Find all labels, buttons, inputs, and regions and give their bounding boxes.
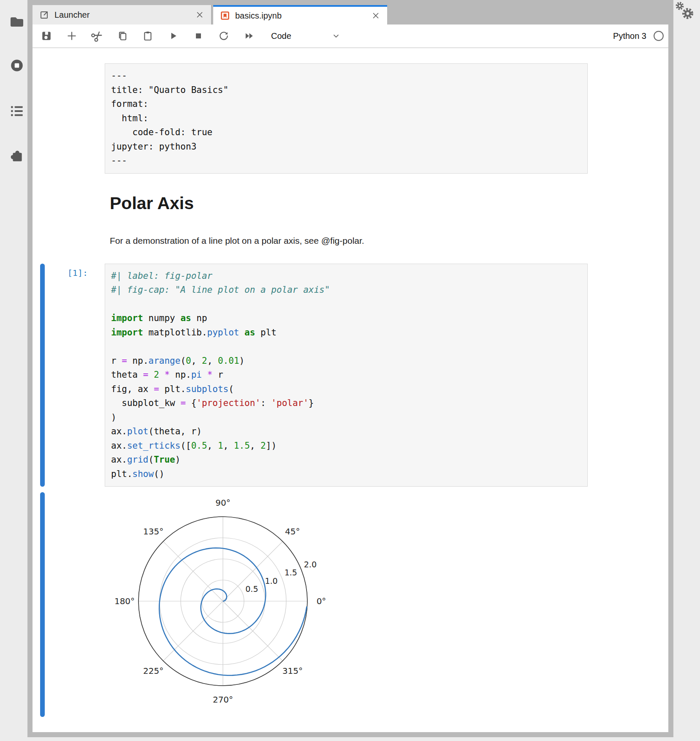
input-collapser[interactable] (40, 264, 45, 487)
stop-icon (193, 30, 204, 41)
svg-text:225°: 225° (143, 666, 163, 676)
insert-cell-button[interactable] (62, 27, 82, 44)
kernel-status-icon[interactable] (653, 30, 664, 41)
svg-text:180°: 180° (114, 596, 135, 606)
run-cell-button[interactable] (163, 27, 183, 44)
output-figure: 0°45°90°135°180°225°270°315°0.51.01.52.0 (105, 492, 350, 717)
interrupt-kernel-button[interactable] (188, 27, 209, 44)
tab-launcher-label: Launcher (54, 10, 195, 20)
jupyterlab-window: Launcher basics.ipynb (27, 0, 673, 737)
svg-text:1.0: 1.0 (265, 576, 277, 586)
chevron-down-icon (332, 32, 340, 40)
cut-cells-button[interactable] (87, 27, 107, 44)
svg-text:270°: 270° (213, 695, 233, 705)
close-icon[interactable] (371, 11, 380, 20)
close-icon[interactable] (195, 10, 204, 19)
output-cell: 0°45°90°135°180°225°270°315°0.51.01.52.0 (40, 492, 668, 717)
sidebar-item-extensions[interactable] (9, 148, 24, 161)
folder-icon (9, 15, 24, 28)
raw-cell: ---title: "Quarto Basics"format: html: c… (40, 63, 668, 174)
tab-basics-label: basics.ipynb (235, 11, 371, 21)
cell-prompt (45, 63, 105, 174)
svg-text:135°: 135° (143, 526, 163, 537)
launcher-icon (39, 10, 49, 20)
svg-text:1.5: 1.5 (285, 568, 297, 577)
gear-small (677, 3, 683, 9)
markdown-cell: Polar Axis For a demonstration of a line… (110, 193, 668, 247)
notebook-content: ---title: "Quarto Basics"format: html: c… (33, 48, 668, 732)
sidebar-item-file-browser[interactable] (9, 15, 24, 29)
execution-count: [1]: (45, 264, 105, 487)
gear-large (684, 9, 692, 18)
restart-kernel-button[interactable] (214, 27, 234, 44)
kernel-name[interactable]: Python 3 (613, 31, 646, 41)
settings-gears-icon[interactable] (674, 1, 697, 23)
dock-tab-bar: Launcher basics.ipynb (33, 5, 668, 25)
toolbar-kernel-area: Python 3 (613, 30, 668, 41)
sidebar-item-table-of-contents[interactable] (9, 104, 24, 118)
puzzle-icon (9, 148, 24, 162)
stop-circle-icon (9, 59, 24, 72)
cell-type-select[interactable]: Code (267, 28, 345, 44)
svg-text:315°: 315° (282, 666, 303, 676)
markdown-paragraph: For a demonstration of a line plot on a … (110, 234, 668, 247)
svg-text:2.0: 2.0 (304, 560, 317, 569)
svg-text:0°: 0° (317, 596, 326, 606)
cut-icon (91, 30, 103, 42)
notebook-icon (220, 11, 230, 21)
save-button[interactable] (36, 27, 57, 44)
code-cell-editor[interactable]: #| label: fig-polar#| fig-cap: "A line p… (105, 264, 588, 487)
svg-text:90°: 90° (215, 498, 230, 508)
svg-text:45°: 45° (285, 526, 300, 537)
activity-bar (0, 0, 27, 741)
notebook-toolbar: Code Python 3 (33, 25, 668, 48)
main-panel: Launcher basics.ipynb (33, 5, 668, 732)
run-all-icon (244, 30, 255, 41)
run-all-cells-button[interactable] (239, 27, 259, 44)
paste-icon (142, 30, 153, 41)
page-title: Polar Axis (110, 193, 668, 213)
raw-cell-editor[interactable]: ---title: "Quarto Basics"format: html: c… (105, 63, 588, 174)
run-icon (168, 30, 179, 41)
svg-text:0.5: 0.5 (245, 584, 258, 594)
sidebar-item-running-sessions[interactable] (9, 59, 24, 72)
tab-launcher[interactable]: Launcher (33, 5, 212, 25)
output-prompt (45, 492, 105, 717)
cell-collapser (40, 63, 45, 174)
plus-icon (66, 30, 77, 41)
copy-cells-button[interactable] (112, 27, 133, 44)
code-cell: [1]: #| label: fig-polar#| fig-cap: "A l… (40, 264, 668, 487)
list-icon (9, 104, 24, 118)
restart-icon (218, 30, 229, 41)
output-collapser[interactable] (40, 492, 45, 717)
polar-plot: 0°45°90°135°180°225°270°315°0.51.01.52.0 (105, 492, 350, 717)
cell-type-value: Code (271, 31, 291, 41)
copy-icon (117, 30, 128, 41)
paste-cells-button[interactable] (138, 27, 158, 44)
tab-basics-ipynb[interactable]: basics.ipynb (213, 5, 387, 25)
save-icon (41, 30, 52, 41)
